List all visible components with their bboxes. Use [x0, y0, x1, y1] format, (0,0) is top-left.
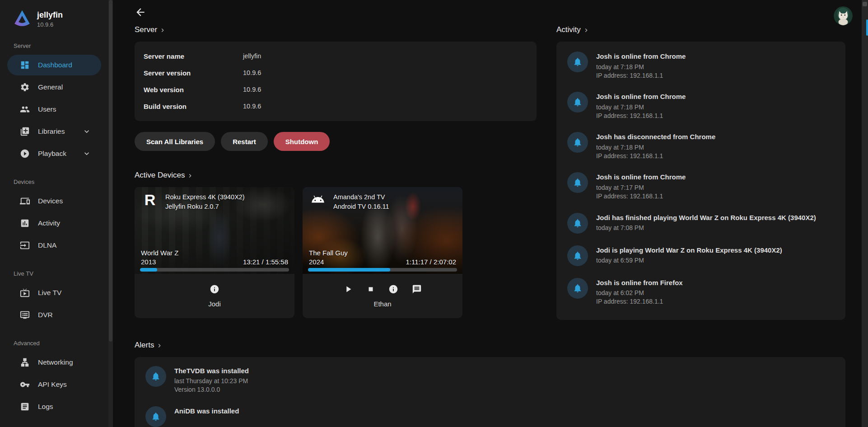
activity-time: today at 7:08 PM	[596, 224, 816, 232]
sidebar-item-live-tv[interactable]: Live TV	[7, 282, 101, 303]
sidebar-item-devices[interactable]: Devices	[7, 191, 101, 211]
sidebar-item-libraries[interactable]: Libraries	[7, 121, 101, 142]
sidebar-section-advanced: Advanced	[14, 340, 95, 347]
message-button[interactable]	[412, 284, 422, 294]
network-icon	[20, 357, 30, 367]
server-info-row: Server name jellyfin	[144, 48, 527, 65]
sidebar-item-networking[interactable]: Networking	[7, 352, 101, 373]
bell-icon	[573, 283, 583, 293]
alert-entry[interactable]: TheTVDB was installed last Thursday at 1…	[145, 366, 835, 394]
media-title: World War Z	[141, 248, 178, 258]
now-playing-backdrop: Amanda's 2nd TV Android TV 0.16.11 The F…	[303, 187, 462, 274]
active-devices-heading[interactable]: Active Devices	[135, 171, 194, 180]
sidebar-scrollbar-thumb[interactable]	[109, 0, 112, 342]
activity-entry[interactable]: Jodi has finished playing World War Z on…	[567, 213, 835, 234]
activity-entry[interactable]: Josh is online from Chrome today at 7:18…	[567, 92, 835, 120]
active-devices-title: Active Devices	[135, 171, 185, 180]
server-section: Server Server name jellyfin Server versi…	[135, 25, 537, 318]
server-version-label: Server version	[144, 69, 243, 77]
sidebar-item-general[interactable]: General	[7, 77, 101, 98]
alerts-card: TheTVDB was installed last Thursday at 1…	[135, 357, 845, 427]
activity-entry[interactable]: Josh is online from Chrome today at 7:17…	[567, 172, 835, 201]
user-avatar[interactable]	[834, 6, 853, 25]
sidebar-item-playback[interactable]: Playback	[7, 143, 101, 164]
playback-progress-bar	[308, 268, 457, 272]
info-button[interactable]	[388, 284, 398, 294]
device-name: Amanda's 2nd TV	[333, 192, 389, 202]
bell-badge	[145, 406, 166, 427]
sidebar-scrollbar[interactable]	[108, 0, 113, 427]
activity-ip: IP address: 192.168.1.1	[596, 152, 715, 160]
sidebar-item-activity[interactable]: Activity	[7, 213, 101, 234]
page-scrollbar[interactable]	[862, 0, 868, 427]
dashboard-icon	[20, 60, 30, 70]
server-info-row: Server version 10.9.6	[144, 65, 527, 81]
sidebar-item-dvr[interactable]: DVR	[7, 305, 101, 325]
build-version-label: Build version	[144, 103, 243, 110]
restart-button[interactable]: Restart	[221, 132, 268, 151]
activity-ip: IP address: 192.168.1.1	[596, 112, 686, 120]
app-name: jellyfin	[37, 9, 63, 20]
info-button[interactable]	[210, 284, 219, 294]
bell-badge	[145, 366, 166, 387]
play-circle-icon	[20, 149, 30, 159]
sidebar-item-users[interactable]: Users	[7, 99, 101, 120]
sidebar-item-dlna[interactable]: DLNA	[7, 235, 101, 256]
app-version: 10.9.6	[37, 21, 63, 28]
live-tv-icon	[20, 288, 30, 298]
scrollbar-up-button[interactable]	[863, 2, 867, 6]
sidebar-item-dashboard[interactable]: Dashboard	[7, 55, 101, 75]
activity-chart-icon	[20, 218, 30, 228]
activity-title: Josh is online from Chrome	[596, 92, 686, 101]
back-button[interactable]	[135, 6, 146, 18]
library-add-icon	[20, 127, 30, 136]
sidebar-item-logs[interactable]: Logs	[7, 396, 101, 417]
app-logo-row[interactable]: jellyfin 10.9.6	[0, 0, 108, 28]
sidebar-section-livetv: Live TV	[14, 270, 95, 277]
activity-section-heading[interactable]: Activity	[556, 25, 590, 34]
alerts-section-heading[interactable]: Alerts	[135, 341, 163, 350]
devices-icon	[20, 196, 30, 206]
activity-ip: IP address: 192.168.1.1	[596, 297, 683, 306]
activity-entry[interactable]: Josh has disconnected from Chrome today …	[567, 132, 835, 160]
play-button[interactable]	[343, 284, 353, 294]
stop-button[interactable]	[367, 285, 375, 293]
bell-badge	[567, 52, 588, 72]
chevron-down-icon[interactable]	[82, 127, 91, 136]
client-version: Android TV 0.16.11	[333, 202, 389, 211]
playback-time: 1:11:17 / 2:07:02	[406, 258, 456, 266]
activity-entry[interactable]: Jodi is playing World War Z on Roku Expr…	[567, 245, 835, 266]
bell-badge	[567, 172, 588, 193]
activity-title: Josh has disconnected from Chrome	[596, 132, 715, 141]
scan-all-libraries-button[interactable]: Scan All Libraries	[135, 132, 215, 151]
bell-badge	[567, 92, 588, 113]
cat-avatar-image	[834, 6, 853, 25]
sidebar-section-server: Server	[14, 42, 95, 49]
jellyfin-logo-icon	[14, 9, 31, 28]
bell-badge	[567, 132, 588, 153]
activity-entry[interactable]: Josh is online from Firefox today at 6:0…	[567, 278, 835, 306]
android-icon	[310, 192, 326, 206]
client-version: Jellyfin Roku 2.0.7	[165, 202, 245, 211]
server-section-title: Server	[135, 25, 157, 34]
chevron-right-icon	[583, 27, 590, 34]
sidebar-item-label: API Keys	[38, 380, 67, 389]
device-card-roku[interactable]: R Roku Express 4K (3940X2) Jellyfin Roku…	[135, 187, 294, 318]
sidebar-item-label: DVR	[38, 311, 53, 319]
server-section-heading[interactable]: Server	[135, 25, 166, 34]
sidebar-item-api-keys[interactable]: API Keys	[7, 374, 101, 395]
activity-ip: IP address: 192.168.1.1	[596, 192, 686, 201]
shutdown-button[interactable]: Shutdown	[274, 132, 330, 151]
server-name-value: jellyfin	[243, 52, 527, 60]
alert-entry[interactable]: AniDB was installed	[145, 406, 835, 427]
scrollbar-thumb[interactable]	[866, 19, 868, 36]
server-version-value: 10.9.6	[243, 69, 527, 77]
activity-entry[interactable]: Josh is online from Chrome today at 7:18…	[567, 52, 835, 80]
bell-badge	[567, 245, 588, 266]
chevron-down-icon[interactable]	[82, 149, 91, 158]
device-card-android-tv[interactable]: Amanda's 2nd TV Android TV 0.16.11 The F…	[303, 187, 462, 318]
media-title: The Fall Guy	[309, 248, 348, 258]
server-info-card: Server name jellyfin Server version 10.9…	[135, 42, 537, 121]
sidebar-item-label: DLNA	[38, 241, 56, 249]
activity-title: Jodi is playing World War Z on Roku Expr…	[596, 246, 782, 255]
